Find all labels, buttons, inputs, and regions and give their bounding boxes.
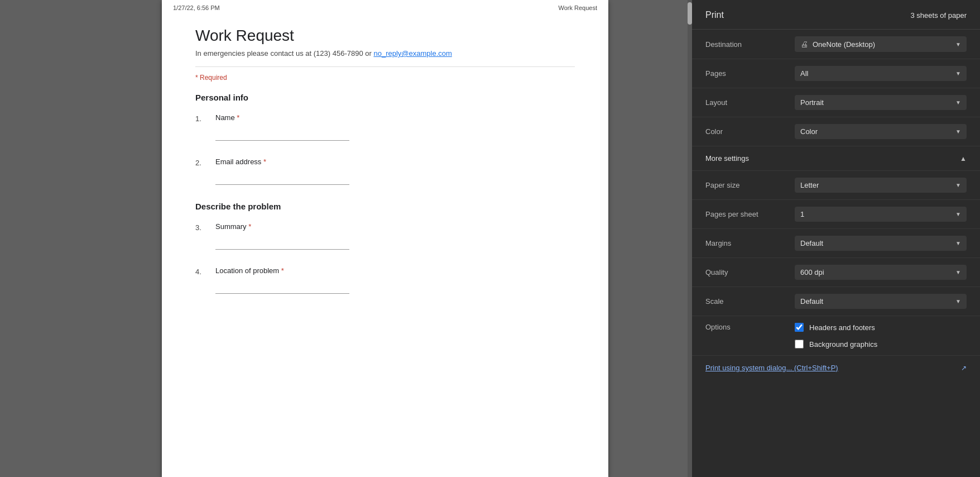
background-graphics-label[interactable]: Background graphics	[809, 340, 877, 349]
question-name: 1. Name *	[195, 113, 575, 141]
scale-label: Scale	[705, 297, 795, 306]
headers-footers-item: Headers and footers	[795, 323, 967, 332]
question-body-summary: Summary *	[215, 222, 575, 250]
system-dialog-link[interactable]: Print using system dialog... (Ctrl+Shift…	[705, 364, 838, 372]
summary-input-line	[215, 238, 349, 250]
layout-select[interactable]: Portrait	[795, 95, 967, 110]
pages-per-sheet-row: Pages per sheet 1 ▼	[692, 200, 980, 229]
question-location: 4. Location of problem *	[195, 266, 575, 294]
paper-size-label: Paper size	[705, 181, 795, 189]
pages-per-sheet-label: Pages per sheet	[705, 210, 795, 218]
page-header: 1/27/22, 6:56 PM Work Request	[162, 0, 608, 16]
quality-label: Quality	[705, 268, 795, 276]
sheets-label: 3 sheets of paper	[911, 11, 967, 20]
section-title-describe-problem: Describe the problem	[195, 202, 575, 211]
destination-value: OneNote (Desktop)	[813, 40, 951, 49]
system-dialog-row: Print using system dialog... (Ctrl+Shift…	[692, 356, 980, 380]
pages-label: Pages	[705, 69, 795, 78]
scale-row: Scale Default ▼	[692, 287, 980, 316]
color-label: Color	[705, 127, 795, 136]
print-panel: Print 3 sheets of paper Destination 🖨 On…	[692, 0, 980, 477]
destination-row: Destination 🖨 OneNote (Desktop) ▼	[692, 30, 980, 59]
scale-select[interactable]: Default	[795, 294, 967, 309]
page-doc-title: Work Request	[559, 4, 598, 11]
required-star-email: *	[263, 158, 266, 166]
quality-select[interactable]: 600 dpi	[795, 265, 967, 280]
page-timestamp: 1/27/22, 6:56 PM	[173, 4, 220, 11]
section-describe-problem: Describe the problem 3. Summary * 4.	[195, 202, 575, 294]
more-settings-chevron-icon: ▲	[960, 155, 967, 163]
pages-row: Pages All ▼	[692, 59, 980, 88]
scale-select-wrapper: Default ▼	[795, 294, 967, 309]
background-graphics-item: Background graphics	[795, 340, 967, 349]
question-number-2: 2.	[195, 159, 209, 185]
quality-select-wrapper: 600 dpi ▼	[795, 265, 967, 280]
paper-size-row: Paper size Letter ▼	[692, 171, 980, 200]
document-area: 1/27/22, 6:56 PM Work Request Work Reque…	[78, 0, 692, 477]
subtitle-text: In emergencies please contact us at (123…	[195, 49, 372, 58]
options-label: Options	[705, 323, 795, 331]
question-label-summary: Summary *	[215, 222, 575, 231]
scrollbar[interactable]	[688, 0, 692, 477]
paper-size-select-wrapper: Letter ▼	[795, 178, 967, 193]
destination-label: Destination	[705, 40, 795, 49]
question-body-name: Name *	[215, 113, 575, 141]
question-email: 2. Email address *	[195, 158, 575, 185]
external-link-icon: ↗	[961, 364, 967, 372]
question-label-name: Name *	[215, 113, 575, 122]
required-star-name: *	[237, 113, 239, 122]
color-select-wrapper: Color ▼	[795, 124, 967, 139]
section-title-personal-info: Personal info	[195, 93, 575, 102]
question-number-1: 1.	[195, 115, 209, 141]
form-subtitle: In emergencies please contact us at (123…	[195, 49, 575, 58]
margins-select[interactable]: Default	[795, 236, 967, 251]
pages-select[interactable]: All	[795, 66, 967, 81]
pages-per-sheet-select[interactable]: 1	[795, 207, 967, 222]
left-margin	[0, 0, 78, 477]
required-star-summary: *	[248, 222, 251, 231]
header-divider	[195, 66, 575, 67]
section-personal-info: Personal info 1. Name * 2.	[195, 93, 575, 185]
email-input-line	[215, 174, 349, 185]
more-settings-label: More settings	[705, 154, 749, 163]
name-input-line	[215, 130, 349, 141]
margins-label: Margins	[705, 239, 795, 247]
form-title: Work Request	[195, 27, 575, 45]
scrollbar-thumb[interactable]	[688, 2, 692, 25]
required-note: * Required	[195, 74, 575, 82]
destination-chevron-icon: ▼	[955, 41, 961, 47]
question-number-4: 4.	[195, 268, 209, 294]
paper-size-select[interactable]: Letter	[795, 178, 967, 193]
required-star-location: *	[281, 266, 284, 275]
pages-per-sheet-select-wrapper: 1 ▼	[795, 207, 967, 222]
question-body-location: Location of problem *	[215, 266, 575, 294]
background-graphics-checkbox[interactable]	[795, 340, 804, 349]
question-label-email: Email address *	[215, 158, 575, 166]
pages-select-wrapper: All ▼	[795, 66, 967, 81]
layout-row: Layout Portrait ▼	[692, 88, 980, 117]
layout-label: Layout	[705, 98, 795, 107]
headers-footers-checkbox[interactable]	[795, 323, 804, 332]
color-row: Color Color ▼	[692, 117, 980, 146]
page-content: Work Request In emergencies please conta…	[162, 16, 608, 333]
print-title: Print	[705, 10, 724, 20]
question-label-location: Location of problem *	[215, 266, 575, 275]
location-input-line	[215, 283, 349, 294]
question-summary: 3. Summary *	[195, 222, 575, 250]
subtitle-email[interactable]: no_reply@example.com	[373, 49, 451, 58]
options-row: Options Headers and footers Background g…	[692, 316, 980, 356]
margins-select-wrapper: Default ▼	[795, 236, 967, 251]
question-number-3: 3.	[195, 223, 209, 250]
question-body-email: Email address *	[215, 158, 575, 185]
color-select[interactable]: Color	[795, 124, 967, 139]
print-panel-header: Print 3 sheets of paper	[692, 0, 980, 30]
destination-select[interactable]: 🖨 OneNote (Desktop) ▼	[795, 36, 967, 52]
headers-footers-label[interactable]: Headers and footers	[809, 323, 875, 332]
margins-row: Margins Default ▼	[692, 229, 980, 258]
layout-select-wrapper: Portrait ▼	[795, 95, 967, 110]
options-checkboxes: Headers and footers Background graphics	[795, 323, 967, 349]
more-settings-row[interactable]: More settings ▲	[692, 146, 980, 171]
quality-row: Quality 600 dpi ▼	[692, 258, 980, 287]
document-page: 1/27/22, 6:56 PM Work Request Work Reque…	[162, 0, 608, 477]
printer-icon: 🖨	[800, 40, 808, 49]
